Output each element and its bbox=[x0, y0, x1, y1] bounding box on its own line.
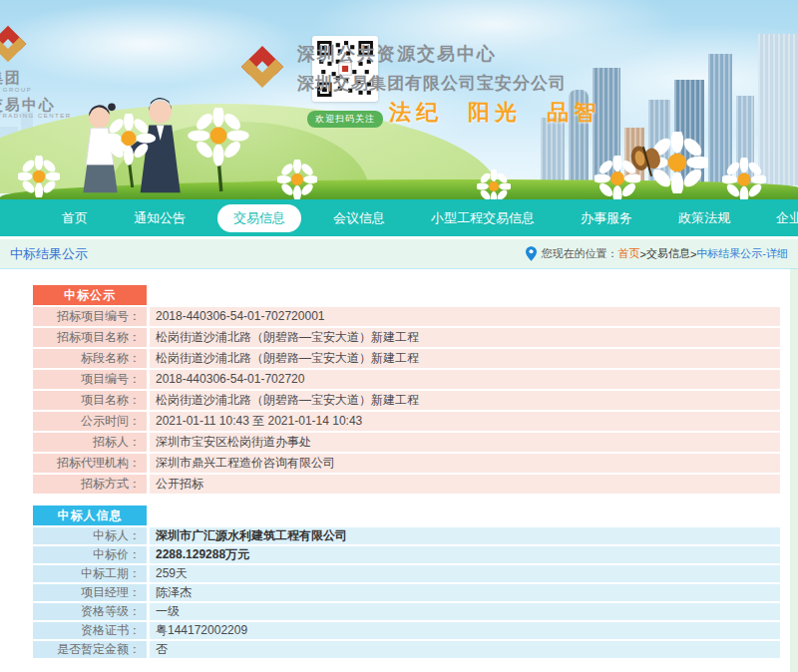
table-row: 中标工期： 259天 bbox=[33, 565, 798, 582]
table-row: 资格等级： 一级 bbox=[33, 603, 798, 620]
row-value: 松岗街道沙浦北路（朗碧路—宝安大道）新建工程 bbox=[150, 391, 780, 410]
row-value: 深圳市鼎兴工程造价咨询有限公司 bbox=[150, 454, 780, 473]
location-pin-icon bbox=[526, 246, 537, 261]
org-name-line2: 深圳交易集团有限公司宝安分公司 bbox=[297, 72, 567, 95]
row-value: 陈泽杰 bbox=[150, 584, 780, 601]
breadcrumb: 您现在的位置： 首页 > 交易信息 > 中标结果公示-详细 bbox=[526, 246, 788, 261]
row-label: 中标价： bbox=[33, 546, 147, 563]
table-row: 公示时间： 2021-01-11 10:43 至 2021-01-14 10:4… bbox=[33, 412, 798, 431]
row-label: 是否暂定金额： bbox=[33, 641, 147, 658]
table-row: 中标人： 深圳市广汇源水利建筑工程有限公司 bbox=[33, 527, 798, 544]
row-label: 公示时间： bbox=[33, 412, 147, 431]
main-navigation: 首页 通知公告 交易信息 会议信息 小型工程交易信息 办事服务 政策法规 企业人… bbox=[0, 199, 798, 236]
left-logo-en1: EXCHANGE GROUP bbox=[0, 87, 72, 93]
breadcrumb-bar: 中标结果公示 您现在的位置： 首页 > 交易信息 > 中标结果公示-详细 bbox=[0, 239, 798, 269]
left-logo-block: 交易集团 EXCHANGE GROUP 资源交易中心 SOURCES TRADI… bbox=[0, 22, 72, 123]
table-row: 资格证书： 粤144172002209 bbox=[33, 622, 798, 639]
row-value: 2288.129288万元 bbox=[150, 546, 780, 563]
row-value: 2021-01-11 10:43 至 2021-01-14 10:43 bbox=[150, 412, 780, 431]
section-title-badge: 中标人信息 bbox=[33, 505, 147, 525]
table-row: 项目经理： 陈泽杰 bbox=[33, 584, 798, 601]
row-value: 一级 bbox=[150, 603, 780, 620]
row-value: 2018-440306-54-01-702720 bbox=[150, 370, 780, 389]
winner-info-section: 中标人信息 中标人： 深圳市广汇源水利建筑工程有限公司 中标价： 2288.12… bbox=[33, 505, 798, 658]
nav-item-trade-info[interactable]: 交易信息 bbox=[217, 204, 301, 232]
daisy-flower-icon bbox=[722, 158, 766, 199]
row-value: 259天 bbox=[150, 565, 780, 582]
table-row: 招标项目编号： 2018-440306-54-01-702720001 bbox=[33, 307, 798, 326]
nav-item-home[interactable]: 首页 bbox=[48, 205, 102, 231]
center-logo-icon bbox=[239, 42, 285, 92]
left-logo-en2: SOURCES TRADING CENTER bbox=[0, 113, 72, 119]
table-row: 中标价： 2288.129288万元 bbox=[33, 546, 798, 563]
row-label: 项目经理： bbox=[33, 584, 147, 601]
award-notice-section: 中标公示 招标项目编号： 2018-440306-54-01-702720001… bbox=[33, 285, 798, 494]
row-label: 标段名称： bbox=[33, 349, 147, 368]
org-name-line1: 深圳公共资源交易中心 bbox=[297, 42, 567, 66]
slogan-text: 法纪 阳光 品智 bbox=[389, 98, 600, 128]
table-row: 招标方式： 公开招标 bbox=[33, 475, 798, 494]
left-logo-cn1: 交易集团 bbox=[0, 70, 72, 87]
row-label: 招标项目名称： bbox=[33, 328, 147, 347]
daisy-flower-icon bbox=[100, 114, 158, 187]
row-label: 招标方式： bbox=[33, 475, 147, 494]
row-label: 中标人： bbox=[33, 527, 147, 544]
breadcrumb-link-trade-info[interactable]: 交易信息 bbox=[646, 246, 690, 261]
nav-item-meetings[interactable]: 会议信息 bbox=[319, 205, 399, 231]
row-label: 项目名称： bbox=[33, 391, 147, 410]
page-edge-strip bbox=[790, 269, 798, 672]
butterfly-icon bbox=[628, 142, 666, 181]
table-row: 招标代理机构： 深圳市鼎兴工程造价咨询有限公司 bbox=[33, 454, 798, 473]
row-value: 松岗街道沙浦北路（朗碧路—宝安大道）新建工程 bbox=[150, 328, 780, 347]
row-label: 中标工期： bbox=[33, 565, 147, 582]
table-row: 招标人： 深圳市宝安区松岗街道办事处 bbox=[33, 433, 798, 452]
row-label: 资格等级： bbox=[33, 603, 147, 620]
location-prefix: 您现在的位置： bbox=[541, 246, 617, 261]
table-row: 标段名称： 松岗街道沙浦北路（朗碧路—宝安大道）新建工程 bbox=[33, 349, 798, 368]
row-value: 否 bbox=[150, 641, 780, 658]
daisy-flower-icon bbox=[277, 160, 317, 199]
row-label: 项目编号： bbox=[33, 370, 147, 389]
table-row: 是否暂定金额： 否 bbox=[33, 641, 798, 658]
table-row: 项目编号： 2018-440306-54-01-702720 bbox=[33, 370, 798, 389]
nav-item-small-projects[interactable]: 小型工程交易信息 bbox=[417, 205, 549, 231]
nav-item-notices[interactable]: 通知公告 bbox=[120, 205, 200, 231]
breadcrumb-link-home[interactable]: 首页 bbox=[617, 246, 639, 261]
table-row: 项目名称： 松岗街道沙浦北路（朗碧路—宝安大道）新建工程 bbox=[33, 391, 798, 410]
row-label: 招标代理机构： bbox=[33, 454, 147, 473]
row-value: 松岗街道沙浦北路（朗碧路—宝安大道）新建工程 bbox=[150, 349, 780, 368]
group-logo-icon bbox=[0, 22, 28, 66]
daisy-flower-icon bbox=[18, 156, 60, 197]
row-label: 资格证书： bbox=[33, 622, 147, 639]
table-row: 招标项目名称： 松岗街道沙浦北路（朗碧路—宝安大道）新建工程 bbox=[33, 328, 798, 347]
daisy-flower-icon bbox=[477, 169, 511, 199]
breadcrumb-current: 中标结果公示-详细 bbox=[696, 246, 788, 261]
row-label: 招标项目编号： bbox=[33, 307, 147, 326]
daisy-flower-icon bbox=[186, 108, 251, 191]
main-content: 中标公示 招标项目编号： 2018-440306-54-01-702720001… bbox=[0, 269, 798, 658]
row-value: 2018-440306-54-01-702720001 bbox=[150, 307, 780, 326]
row-value: 粤144172002209 bbox=[150, 622, 780, 639]
row-value: 深圳市宝安区松岗街道办事处 bbox=[150, 433, 780, 452]
section-title-badge: 中标公示 bbox=[33, 285, 147, 305]
qr-caption: 欢迎扫码关注 bbox=[307, 111, 383, 128]
row-value: 深圳市广汇源水利建筑工程有限公司 bbox=[150, 527, 780, 544]
left-logo-cn2: 资源交易中心 bbox=[0, 97, 72, 114]
nav-item-enterprise[interactable]: 企业人员 bbox=[762, 205, 798, 231]
nav-item-policies[interactable]: 政策法规 bbox=[664, 205, 744, 231]
header-banner: 交易集团 EXCHANGE GROUP 资源交易中心 SOURCES TRADI… bbox=[0, 0, 798, 199]
row-label: 招标人： bbox=[33, 433, 147, 452]
nav-item-services[interactable]: 办事服务 bbox=[567, 205, 646, 231]
page-title: 中标结果公示 bbox=[10, 245, 88, 263]
row-value: 公开招标 bbox=[150, 475, 780, 494]
